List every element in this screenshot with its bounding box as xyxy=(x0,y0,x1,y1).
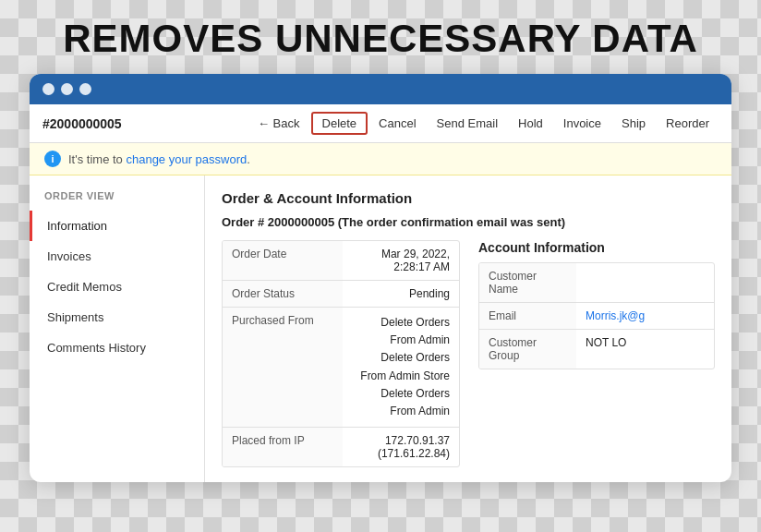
order-table: Order Date Mar 29, 2022, 2:28:17 AM Orde… xyxy=(222,240,460,467)
table-row: Customer Group NOT LO xyxy=(479,330,714,369)
email-label: Email xyxy=(479,303,576,329)
window-dot-1 xyxy=(42,83,54,95)
placed-from-ip-value: 172.70.91.37 (171.61.22.84) xyxy=(343,428,459,466)
table-row: Customer Name xyxy=(479,263,714,303)
section-title: Order & Account Information xyxy=(222,190,715,206)
sidebar-item-shipments[interactable]: Shipments xyxy=(30,302,204,332)
customer-group-label: Customer Group xyxy=(479,330,576,369)
table-row: Order Status Pending xyxy=(223,281,459,308)
purchased-from-label: Purchased From xyxy=(223,308,343,427)
delete-button[interactable]: Delete xyxy=(311,112,368,135)
notification-bar: i It's time to change your password. xyxy=(30,143,731,175)
placed-from-ip-label: Placed from IP xyxy=(223,428,343,466)
sidebar-item-comments-history[interactable]: Comments History xyxy=(30,332,204,363)
table-row: Order Date Mar 29, 2022, 2:28:17 AM xyxy=(223,241,459,281)
account-section: Account Information Customer Name Email … xyxy=(478,240,715,467)
info-icon: i xyxy=(44,151,61,167)
email-value: Morris.jk@g xyxy=(576,303,714,329)
sidebar-item-invoices[interactable]: Invoices xyxy=(30,241,204,272)
sidebar-item-information[interactable]: Information xyxy=(30,211,204,241)
headline: REMOVES UNNECESSARY DATA xyxy=(0,17,761,61)
toolbar-actions: ← Back Delete Cancel Send Email Hold Inv… xyxy=(140,112,719,135)
browser-window: #2000000005 ← Back Delete Cancel Send Em… xyxy=(30,74,731,482)
order-header: Order # 2000000005 (The order confirmati… xyxy=(222,215,715,229)
two-col-layout: Order Date Mar 29, 2022, 2:28:17 AM Orde… xyxy=(222,240,715,467)
sidebar-title: ORDER VIEW xyxy=(30,190,204,211)
customer-name-label: Customer Name xyxy=(479,263,576,302)
customer-group-value: NOT LO xyxy=(576,330,714,369)
ship-button[interactable]: Ship xyxy=(612,113,655,134)
order-status-label: Order Status xyxy=(223,281,343,307)
back-button[interactable]: ← Back xyxy=(248,113,309,134)
reorder-button[interactable]: Reorder xyxy=(657,113,719,134)
table-row: Placed from IP 172.70.91.37 (171.61.22.8… xyxy=(223,428,459,466)
main-content: Order & Account Information Order # 2000… xyxy=(205,175,731,482)
hold-button[interactable]: Hold xyxy=(509,113,552,134)
browser-titlebar xyxy=(30,74,731,104)
window-dot-2 xyxy=(61,83,73,95)
order-date-label: Order Date xyxy=(223,241,343,280)
purchased-from-value: Delete Orders From Admin Delete Orders F… xyxy=(343,308,459,427)
window-dot-3 xyxy=(79,83,91,95)
customer-name-value xyxy=(576,263,714,302)
cancel-button[interactable]: Cancel xyxy=(369,113,425,134)
table-row: Email Morris.jk@g xyxy=(479,303,714,330)
account-title: Account Information xyxy=(478,240,715,255)
table-row: Purchased From Delete Orders From Admin … xyxy=(223,308,459,428)
order-date-value: Mar 29, 2022, 2:28:17 AM xyxy=(343,241,459,280)
toolbar: #2000000005 ← Back Delete Cancel Send Em… xyxy=(30,104,731,143)
sidebar-item-credit-memos[interactable]: Credit Memos xyxy=(30,272,204,302)
order-id: #2000000005 xyxy=(42,116,122,131)
order-status-value: Pending xyxy=(343,281,459,307)
account-table: Customer Name Email Morris.jk@g Customer… xyxy=(478,262,715,369)
notification-text: It's time to change your password. xyxy=(68,152,250,166)
sidebar: ORDER VIEW Information Invoices Credit M… xyxy=(30,175,205,482)
send-email-button[interactable]: Send Email xyxy=(428,113,507,134)
invoice-button[interactable]: Invoice xyxy=(554,113,610,134)
content-area: ORDER VIEW Information Invoices Credit M… xyxy=(30,175,731,482)
change-password-link[interactable]: change your password xyxy=(126,152,247,166)
